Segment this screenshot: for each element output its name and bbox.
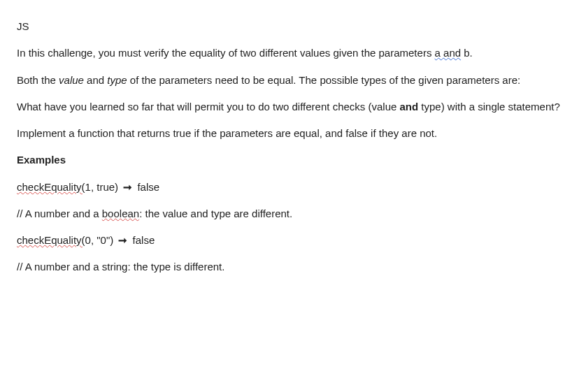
bold-and: and [400,101,419,112]
title: JS [17,20,569,34]
grammar-error-a-and: a and [435,47,462,59]
text: 1, true) [85,181,122,193]
italic-value: value [59,74,84,86]
comment-1: // A number and a boolean: the value and… [17,207,569,221]
example-2: checkEquality(0, "0") ➞ false [17,233,569,247]
spell-error-checkequality: checkEquality( [17,234,85,246]
text: type) with a single statement? [418,101,560,112]
text: 0, "0") [85,234,117,246]
arrow-icon: ➞ [116,234,129,246]
spell-error-checkequality: checkEquality( [17,181,85,193]
text: : the value and type are different. [139,208,292,219]
comment-2: // A number and a string: the type is di… [17,260,569,274]
paragraph-intro: In this challenge, you must verify the e… [17,46,569,60]
italic-type: type [107,74,127,86]
text: In this challenge, you must verify the e… [17,47,435,59]
text: and [84,74,107,86]
paragraph-implement: Implement a function that returns true i… [17,126,569,140]
spell-error-boolean: boolean [102,208,139,219]
text: b. [461,47,473,59]
text: of the parameters need to be equal. The … [127,74,521,86]
paragraph-value-type: Both the value and type of the parameter… [17,73,569,87]
text: What have you learned so far that will p… [17,101,400,112]
text: Both the [17,74,59,86]
arrow-icon: ➞ [121,181,134,193]
examples-heading: Examples [17,153,569,167]
paragraph-question: What have you learned so far that will p… [17,100,569,114]
text: // A number and a [17,208,102,219]
result-text: false [129,234,155,246]
result-text: false [134,181,159,193]
example-1: checkEquality(1, true) ➞ false [17,180,569,194]
